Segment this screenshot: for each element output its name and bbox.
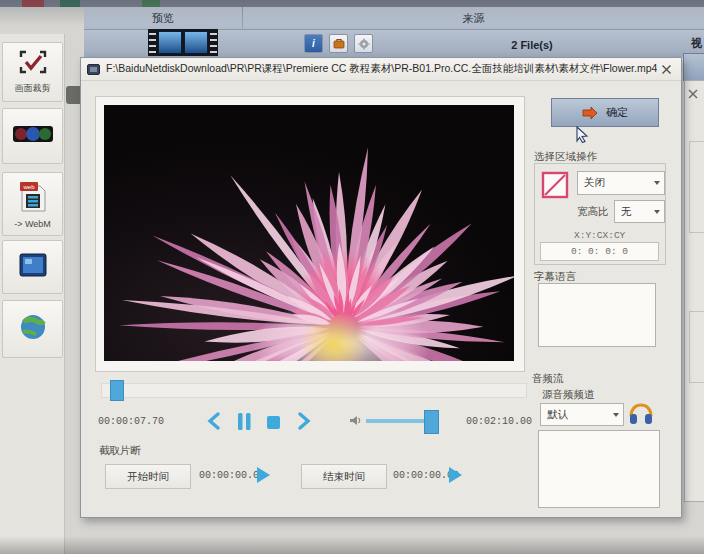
clip-section-label: 截取片断: [99, 444, 141, 458]
gear-icon[interactable]: [354, 34, 373, 53]
list-header-row: 预览 来源: [84, 7, 704, 30]
audio-channel-label: 源音频频道: [542, 388, 595, 402]
sidebar-item-film-rgb[interactable]: [2, 108, 63, 164]
region-mode-value: 关闭: [584, 176, 605, 190]
background-dialog-edge: [684, 80, 704, 502]
ok-button[interactable]: 确定: [551, 98, 659, 127]
crop-check-icon: [18, 49, 48, 79]
file-count: 2 File(s): [511, 39, 553, 51]
audio-channel-dropdown[interactable]: 默认: [540, 403, 624, 426]
column-header-preview[interactable]: 预览: [84, 7, 243, 29]
aspect-ratio-label: 宽高比: [577, 205, 609, 219]
pause-button[interactable]: [233, 410, 255, 432]
volume-track[interactable]: [366, 419, 432, 423]
preview-thumbnail-filmstrip[interactable]: [148, 29, 218, 56]
start-time-button-label: 开始时间: [127, 470, 169, 484]
blue-screen-icon: [18, 252, 48, 282]
sidebar-item-screen[interactable]: [2, 240, 63, 294]
sidebar-item-web[interactable]: [2, 300, 63, 358]
briefcase-icon[interactable]: [329, 34, 348, 53]
coords-label: X:Y:CX:CY: [574, 230, 625, 241]
toolbar-icon-fragment: [22, 0, 44, 7]
dialog-app-icon: [87, 63, 100, 76]
play-from-start-button[interactable]: [253, 464, 273, 486]
play-to-end-button[interactable]: [445, 464, 465, 486]
arrow-right-icon: [582, 106, 598, 120]
seek-track[interactable]: [101, 383, 527, 398]
video-preview[interactable]: [104, 105, 514, 361]
right-header-partial: 视: [691, 36, 702, 51]
flower-video-frame: [104, 105, 514, 361]
seek-handle[interactable]: [110, 380, 124, 401]
close-icon: [688, 89, 698, 99]
ok-button-label: 确定: [606, 105, 628, 120]
film-rgb-icon: [11, 121, 55, 151]
clip-dialog: F:\BaiduNetdiskDownload\PR\PR课程\Premiere…: [80, 57, 682, 518]
end-time-button[interactable]: 结束时间: [301, 464, 387, 489]
close-icon[interactable]: [659, 62, 673, 76]
toolbar-icon-fragment: [60, 0, 80, 7]
dialog-title: F:\BaiduNetdiskDownload\PR\PR课程\Premiere…: [106, 62, 657, 76]
top-toolbar-cropped: [0, 0, 704, 7]
svg-text:web: web: [22, 184, 35, 190]
volume-handle[interactable]: [424, 410, 439, 434]
mouse-cursor-icon: [576, 126, 589, 143]
sidebar-item-label: 画面裁剪: [15, 82, 51, 95]
info-icon[interactable]: i: [304, 34, 323, 53]
stop-button[interactable]: [263, 412, 283, 432]
webm-file-icon: web: [19, 180, 47, 216]
speaker-icon[interactable]: [349, 414, 362, 427]
sidebar-item-label: -> WebM: [14, 219, 51, 229]
total-time: 00:02:10.00: [466, 416, 532, 427]
headphones-icon[interactable]: [627, 399, 655, 427]
chevron-down-icon: [654, 181, 660, 185]
audio-stream-label: 音频流: [532, 372, 564, 386]
subtitle-language-listbox[interactable]: [538, 283, 656, 347]
aspect-ratio-dropdown[interactable]: 无: [614, 200, 665, 223]
sidebar-item-crop[interactable]: 画面裁剪: [2, 42, 63, 102]
subtitle-language-label: 字幕语言: [534, 270, 576, 284]
region-group-label: 选择区域操作: [534, 150, 597, 164]
toolbar-icon-fragment: [142, 0, 160, 7]
chevron-down-icon: [613, 413, 619, 417]
coords-value: 0: 0: 0: 0: [571, 246, 628, 257]
start-time-button[interactable]: 开始时间: [105, 464, 191, 489]
sidebar-item-webm[interactable]: web -> WebM: [2, 172, 63, 236]
step-back-button[interactable]: [203, 410, 225, 432]
audio-stream-listbox[interactable]: [538, 430, 660, 508]
globe-icon: [18, 312, 48, 346]
sidebar: 画面裁剪 web -> WebM: [0, 34, 65, 554]
audio-channel-value: 默认: [547, 408, 568, 422]
region-mode-dropdown[interactable]: 关闭: [577, 171, 665, 195]
video-preview-frame: [95, 96, 525, 372]
column-header-source[interactable]: 来源: [243, 7, 704, 29]
coords-value-box: 0: 0: 0: 0: [540, 242, 659, 261]
dialog-titlebar[interactable]: F:\BaiduNetdiskDownload\PR\PR课程\Premiere…: [81, 58, 681, 81]
chevron-down-icon: [654, 210, 660, 214]
aspect-ratio-value: 无: [621, 205, 632, 219]
step-forward-button[interactable]: [293, 410, 315, 432]
background-dialog-button-fragment: [683, 53, 704, 81]
current-time: 00:00:07.70: [98, 416, 164, 427]
crop-region-icon[interactable]: [540, 170, 570, 200]
end-time-button-label: 结束时间: [323, 470, 365, 484]
